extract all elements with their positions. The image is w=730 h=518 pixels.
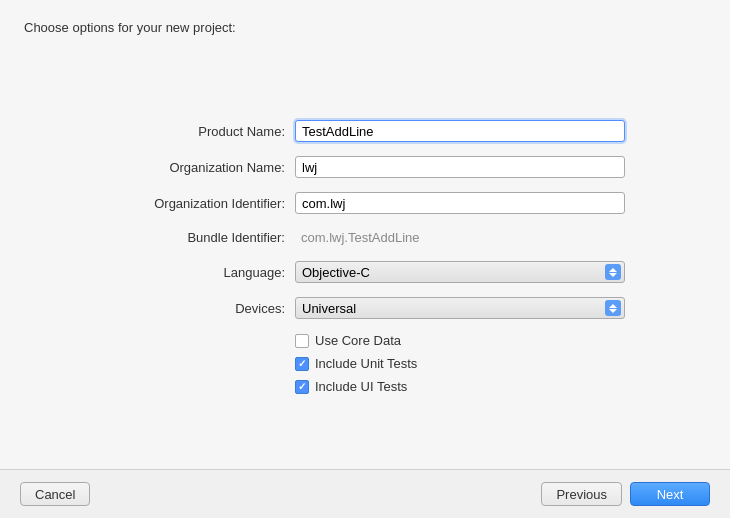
new-project-dialog: Choose options for your new project: Pro… — [0, 0, 730, 518]
include-ui-tests-checkbox[interactable] — [295, 380, 309, 394]
use-core-data-checkbox[interactable] — [295, 334, 309, 348]
include-unit-tests-label: Include Unit Tests — [315, 356, 417, 371]
language-select[interactable]: Objective-C Swift — [295, 261, 625, 283]
use-core-data-label: Use Core Data — [315, 333, 401, 348]
org-name-input[interactable] — [295, 156, 625, 178]
bundle-id-row: Bundle Identifier: com.lwj.TestAddLine — [105, 228, 625, 247]
next-button[interactable]: Next — [630, 482, 710, 506]
product-name-row: Product Name: — [105, 120, 625, 142]
devices-select-wrapper: Universal iPhone iPad — [295, 297, 625, 319]
product-name-input[interactable] — [295, 120, 625, 142]
dialog-body: Product Name: Organization Name: Organiz… — [0, 45, 730, 469]
language-select-wrapper: Objective-C Swift — [295, 261, 625, 283]
product-name-label: Product Name: — [105, 124, 295, 139]
devices-label: Devices: — [105, 301, 295, 316]
org-name-row: Organization Name: — [105, 156, 625, 178]
language-row: Language: Objective-C Swift — [105, 261, 625, 283]
form-container: Product Name: Organization Name: Organiz… — [105, 120, 625, 394]
dialog-header: Choose options for your new project: — [0, 0, 730, 45]
bundle-id-label: Bundle Identifier: — [105, 230, 295, 245]
use-core-data-row: Use Core Data — [295, 333, 625, 348]
org-id-row: Organization Identifier: — [105, 192, 625, 214]
footer-right: Previous Next — [541, 482, 710, 506]
language-label: Language: — [105, 265, 295, 280]
devices-select[interactable]: Universal iPhone iPad — [295, 297, 625, 319]
org-id-label: Organization Identifier: — [105, 196, 295, 211]
bundle-id-value: com.lwj.TestAddLine — [295, 228, 625, 247]
previous-button[interactable]: Previous — [541, 482, 622, 506]
dialog-footer: Cancel Previous Next — [0, 469, 730, 518]
org-name-label: Organization Name: — [105, 160, 295, 175]
org-id-input[interactable] — [295, 192, 625, 214]
header-text: Choose options for your new project: — [24, 20, 236, 35]
include-unit-tests-checkbox[interactable] — [295, 357, 309, 371]
include-ui-tests-label: Include UI Tests — [315, 379, 407, 394]
checkbox-group: Use Core Data Include Unit Tests Include… — [295, 333, 625, 394]
devices-row: Devices: Universal iPhone iPad — [105, 297, 625, 319]
include-unit-tests-row: Include Unit Tests — [295, 356, 625, 371]
cancel-button[interactable]: Cancel — [20, 482, 90, 506]
include-ui-tests-row: Include UI Tests — [295, 379, 625, 394]
